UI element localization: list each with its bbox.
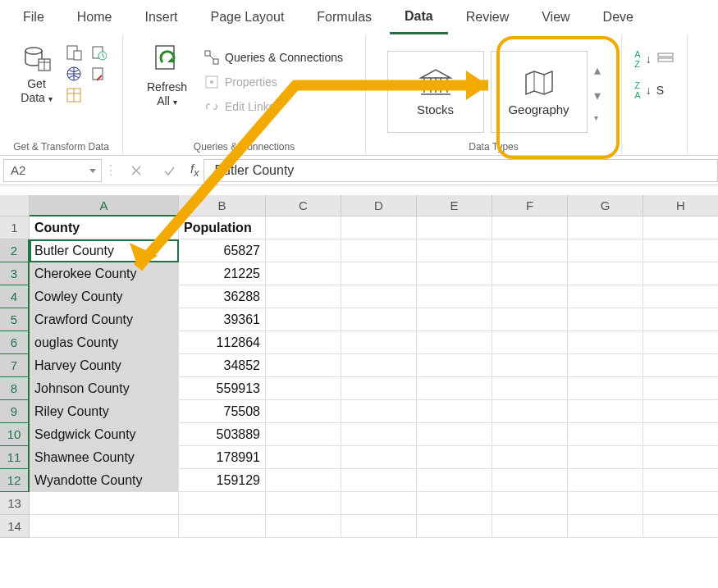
cell-empty[interactable] xyxy=(341,400,417,423)
formula-input[interactable]: Butler County xyxy=(204,159,718,182)
row-header[interactable]: 6 xyxy=(0,331,30,354)
from-text-icon[interactable] xyxy=(66,44,82,61)
column-header-F[interactable]: F xyxy=(492,195,568,217)
row-header[interactable]: 12 xyxy=(0,469,30,492)
cell-empty[interactable] xyxy=(643,515,718,538)
cell-empty[interactable] xyxy=(492,446,568,469)
cell-county[interactable]: Cherokee County xyxy=(30,262,179,285)
queries-connections-button[interactable]: Queries & Connections xyxy=(200,48,346,67)
cell-empty[interactable] xyxy=(341,423,417,446)
cell-empty[interactable] xyxy=(568,377,643,400)
cell-empty[interactable] xyxy=(492,285,568,308)
cell-empty[interactable] xyxy=(568,515,643,538)
cell-empty[interactable] xyxy=(266,308,341,331)
cell-empty[interactable] xyxy=(568,262,643,285)
cell-empty[interactable] xyxy=(266,239,341,262)
cell-empty[interactable] xyxy=(568,492,643,515)
column-header-B[interactable]: B xyxy=(179,195,266,217)
chevron-up-icon[interactable]: ▴ xyxy=(594,62,601,78)
from-table-icon[interactable] xyxy=(66,87,82,103)
chevron-down-icon[interactable]: ▾ xyxy=(594,88,601,103)
cell-county[interactable]: Johnson County xyxy=(30,377,179,400)
cell-county[interactable]: Shawnee County xyxy=(30,446,179,469)
cell-empty[interactable] xyxy=(568,308,643,331)
cell-empty[interactable] xyxy=(492,308,568,331)
cell-empty[interactable] xyxy=(643,262,718,285)
cell-empty[interactable] xyxy=(643,354,718,377)
cell-empty[interactable] xyxy=(417,217,492,239)
tab-data[interactable]: Data xyxy=(390,1,448,34)
cell-empty[interactable] xyxy=(417,400,492,423)
cell-empty[interactable] xyxy=(341,217,417,239)
cell-empty[interactable] xyxy=(341,515,417,538)
cell-empty[interactable] xyxy=(266,469,341,492)
cell-county[interactable] xyxy=(30,515,179,538)
cell-empty[interactable] xyxy=(643,446,718,469)
cell-empty[interactable] xyxy=(417,423,492,446)
datatype-scroll[interactable]: ▴ ▾ ▾ xyxy=(594,62,601,122)
cell-empty[interactable] xyxy=(568,354,643,377)
cell-population[interactable]: 75508 xyxy=(179,400,266,423)
cell-county[interactable]: Sedgwick County xyxy=(30,423,179,446)
cell-population[interactable]: 21225 xyxy=(179,262,266,285)
row-header[interactable]: 4 xyxy=(0,285,30,308)
row-header[interactable]: 9 xyxy=(0,400,30,423)
geography-datatype-button[interactable]: Geography xyxy=(491,51,588,133)
cell-empty[interactable] xyxy=(568,469,643,492)
column-header-E[interactable]: E xyxy=(417,195,492,217)
select-all-corner[interactable] xyxy=(0,195,30,217)
tab-page-layout[interactable]: Page Layout xyxy=(195,2,299,33)
row-header[interactable]: 2 xyxy=(0,239,30,262)
cell-county[interactable]: ouglas County xyxy=(30,331,179,354)
refresh-all-button[interactable]: RefreshAll ▾ xyxy=(142,41,192,112)
cell-empty[interactable] xyxy=(266,446,341,469)
tab-file[interactable]: File xyxy=(8,2,59,33)
cell-empty[interactable] xyxy=(643,308,718,331)
cell-population[interactable]: 112864 xyxy=(179,331,266,354)
cell-empty[interactable] xyxy=(492,239,568,262)
cell-empty[interactable] xyxy=(417,492,492,515)
cell-population[interactable]: 178991 xyxy=(179,446,266,469)
row-header[interactable]: 7 xyxy=(0,354,30,377)
cell-empty[interactable] xyxy=(643,331,718,354)
cell-empty[interactable] xyxy=(643,239,718,262)
cell-population[interactable]: 159129 xyxy=(179,469,266,492)
cell-empty[interactable] xyxy=(568,400,643,423)
row-header[interactable]: 3 xyxy=(0,262,30,285)
cell-empty[interactable] xyxy=(417,262,492,285)
cell-county[interactable] xyxy=(30,492,179,515)
cell-population[interactable] xyxy=(179,492,266,515)
cell-empty[interactable] xyxy=(266,400,341,423)
cell-population[interactable]: 39361 xyxy=(179,308,266,331)
cell-population[interactable]: 34852 xyxy=(179,354,266,377)
cell-empty[interactable] xyxy=(492,469,568,492)
cell-county[interactable]: Crawford County xyxy=(30,308,179,331)
fx-button[interactable]: fx xyxy=(190,162,199,179)
cell-empty[interactable] xyxy=(643,423,718,446)
cell-empty[interactable] xyxy=(341,262,417,285)
recent-sources-icon[interactable] xyxy=(90,44,107,61)
cell-empty[interactable] xyxy=(417,239,492,262)
row-header[interactable]: 5 xyxy=(0,308,30,331)
cell-empty[interactable] xyxy=(417,469,492,492)
expand-icon[interactable]: ▾ xyxy=(594,113,601,122)
tab-review[interactable]: Review xyxy=(451,2,524,33)
tab-developer[interactable]: Deve xyxy=(588,2,648,33)
cell-empty[interactable] xyxy=(492,217,568,239)
cell-county[interactable]: Riley County xyxy=(30,400,179,423)
cell-empty[interactable] xyxy=(568,331,643,354)
cell-empty[interactable] xyxy=(417,331,492,354)
row-header[interactable]: 1 xyxy=(0,217,30,239)
cell-empty[interactable] xyxy=(341,331,417,354)
cell-empty[interactable] xyxy=(341,354,417,377)
cell-empty[interactable] xyxy=(643,492,718,515)
column-header-A[interactable]: A xyxy=(30,195,179,217)
sort-asc-button[interactable]: AZ ↓ xyxy=(631,48,677,71)
row-header[interactable]: 8 xyxy=(0,377,30,400)
cell-empty[interactable] xyxy=(341,285,417,308)
cell-empty[interactable] xyxy=(266,217,341,239)
cell-empty[interactable] xyxy=(568,423,643,446)
cell-empty[interactable] xyxy=(266,331,341,354)
cell-empty[interactable] xyxy=(417,354,492,377)
column-header-G[interactable]: G xyxy=(568,195,643,217)
